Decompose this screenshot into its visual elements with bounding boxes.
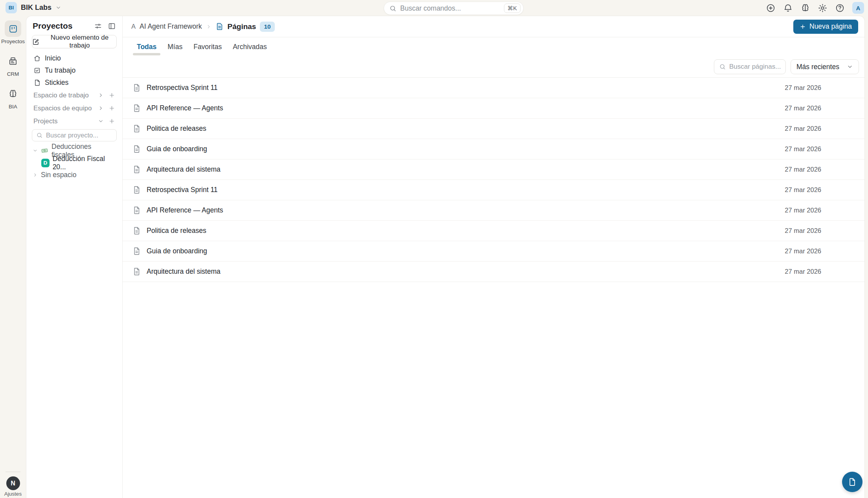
help-icon[interactable] <box>835 3 845 13</box>
page-row-title: API Reference — Agents <box>147 104 779 112</box>
page-row-title: Retrospectiva Sprint 11 <box>147 186 779 194</box>
rail-item-label: CRM <box>7 71 19 77</box>
project-search[interactable] <box>32 129 117 141</box>
page-row[interactable]: API Reference — Agents 27 mar 2026 <box>123 98 864 119</box>
breadcrumb-root[interactable]: AI Agent Framework <box>140 22 202 31</box>
settings-avatar[interactable]: N <box>6 476 20 490</box>
project-search-input[interactable] <box>46 132 112 139</box>
sidebar-item-tu-trabajo[interactable]: Tu trabajo <box>31 64 118 77</box>
page-row-title: Politica de releases <box>147 124 779 133</box>
sliders-icon[interactable] <box>94 22 102 30</box>
topbar: BI BIK Labs ⌘K A <box>0 0 868 16</box>
new-page-fab[interactable] <box>842 472 862 492</box>
sidebar-header: Proyectos <box>31 21 118 31</box>
chevron-right-icon <box>206 24 211 29</box>
page-icon <box>215 22 224 31</box>
chevron-right-icon[interactable] <box>98 105 104 111</box>
global-search[interactable]: ⌘K <box>384 2 524 15</box>
rail-bottom: N Ajustes <box>0 472 26 497</box>
breadcrumb-root-initial: A <box>131 23 136 30</box>
new-work-item-button[interactable]: Nuevo elemento de trabajo <box>32 35 117 48</box>
plus-icon[interactable] <box>108 92 115 99</box>
rail-item-crm[interactable]: CRM <box>0 53 26 77</box>
chevron-right-icon[interactable] <box>98 92 104 98</box>
tab-archivadas[interactable]: Archivadas <box>227 37 272 56</box>
divider <box>6 472 20 472</box>
bell-icon[interactable] <box>783 3 793 13</box>
sidebar-title: Proyectos <box>33 21 94 31</box>
brain-icon <box>5 86 21 102</box>
page-row-title: Politica de releases <box>147 227 779 235</box>
rail-item-proyectos[interactable]: Proyectos <box>0 20 26 44</box>
project-badge: D <box>41 159 50 167</box>
command-key-shortcut: ⌘K <box>504 4 520 13</box>
page-row[interactable]: Politica de releases 27 mar 2026 <box>123 119 864 139</box>
content-panel: Proyectos Nuevo elemento de trabajo <box>26 16 865 498</box>
tab-favoritas[interactable]: Favoritas <box>188 37 227 56</box>
home-icon <box>33 55 41 62</box>
plus-icon <box>800 24 806 30</box>
main-content: A AI Agent Framework Páginas 10 Nueva pá… <box>123 16 864 498</box>
page-row-title: API Reference — Agents <box>147 206 779 214</box>
page-row-title: Guia de onboarding <box>147 145 779 153</box>
tab-mias[interactable]: Mías <box>162 37 188 56</box>
brain-icon[interactable] <box>800 3 810 13</box>
document-icon <box>132 83 141 92</box>
pages-search[interactable] <box>714 59 786 74</box>
page-icon <box>848 477 857 487</box>
chevron-down-icon <box>33 148 38 153</box>
page-row[interactable]: Politica de releases 27 mar 2026 <box>123 221 864 241</box>
note-icon <box>33 79 41 86</box>
document-icon <box>132 267 141 276</box>
tabs: Todas Mías Favoritas Archivadas <box>123 37 864 56</box>
rail-item-label: BIA <box>9 104 17 110</box>
page-row[interactable]: Arquitectura del sistema 27 mar 2026 <box>123 262 864 282</box>
page-row-date: 27 mar 2026 <box>785 207 821 214</box>
page-row-date: 27 mar 2026 <box>785 145 821 153</box>
search-icon <box>389 5 397 12</box>
chevron-down-icon[interactable] <box>98 118 104 124</box>
workspace-switcher[interactable]: BI BIK Labs <box>6 2 61 13</box>
pages-search-input[interactable] <box>729 63 781 71</box>
section-espacio-de-trabajo[interactable]: Espacio de trabajo <box>31 89 118 102</box>
page-row[interactable]: Guia de onboarding 27 mar 2026 <box>123 139 864 159</box>
filter-row: Más recientes <box>123 56 864 78</box>
section-espacios-de-equipo[interactable]: Espacios de equipo <box>31 102 118 115</box>
tree-project-deduccion-fiscal[interactable]: D Deducción Fiscal 20... <box>31 157 118 169</box>
document-icon <box>132 124 141 133</box>
page-row-title: Arquitectura del sistema <box>147 267 779 276</box>
main-header: A AI Agent Framework Páginas 10 Nueva pá… <box>123 16 864 37</box>
user-avatar[interactable]: A <box>852 2 864 14</box>
plus-icon[interactable] <box>108 105 115 112</box>
page-title: Páginas <box>228 22 256 31</box>
search-icon <box>719 63 726 70</box>
sort-dropdown[interactable]: Más recientes <box>791 59 859 74</box>
gear-icon[interactable] <box>818 3 828 13</box>
section-projects[interactable]: Projects <box>31 115 118 128</box>
page-row[interactable]: Guia de onboarding 27 mar 2026 <box>123 241 864 262</box>
page-row-date: 27 mar 2026 <box>785 84 821 92</box>
panel-toggle-icon[interactable] <box>108 22 116 30</box>
page-row[interactable]: Arquitectura del sistema 27 mar 2026 <box>123 159 864 180</box>
tab-todas[interactable]: Todas <box>131 37 162 56</box>
page-row[interactable]: Retrospectiva Sprint 11 27 mar 2026 <box>123 78 864 98</box>
sidebar-item-stickies[interactable]: Stickies <box>31 77 118 89</box>
pages-list: Retrospectiva Sprint 11 27 mar 2026 API … <box>123 78 864 498</box>
document-icon <box>132 185 141 194</box>
sidebar-menu: Inicio Tu trabajo Stickies <box>31 52 118 89</box>
page-row[interactable]: Retrospectiva Sprint 11 27 mar 2026 <box>123 180 864 200</box>
rail-item-bia[interactable]: BIA <box>0 86 26 110</box>
topbar-actions: A <box>766 2 864 14</box>
app-rail: Proyectos CRM BIA N Ajustes <box>0 16 26 498</box>
page-row[interactable]: API Reference — Agents 27 mar 2026 <box>123 200 864 221</box>
document-icon <box>132 145 141 154</box>
plus-circle-icon[interactable] <box>766 3 776 13</box>
page-row-date: 27 mar 2026 <box>785 247 821 255</box>
global-search-input[interactable] <box>400 4 500 13</box>
plus-icon[interactable] <box>108 118 115 124</box>
new-page-button[interactable]: Nueva página <box>793 20 858 34</box>
search-icon <box>36 132 43 139</box>
sidebar-item-inicio[interactable]: Inicio <box>31 52 118 64</box>
page-row-date: 27 mar 2026 <box>785 104 821 112</box>
page-row-date: 27 mar 2026 <box>785 227 821 234</box>
